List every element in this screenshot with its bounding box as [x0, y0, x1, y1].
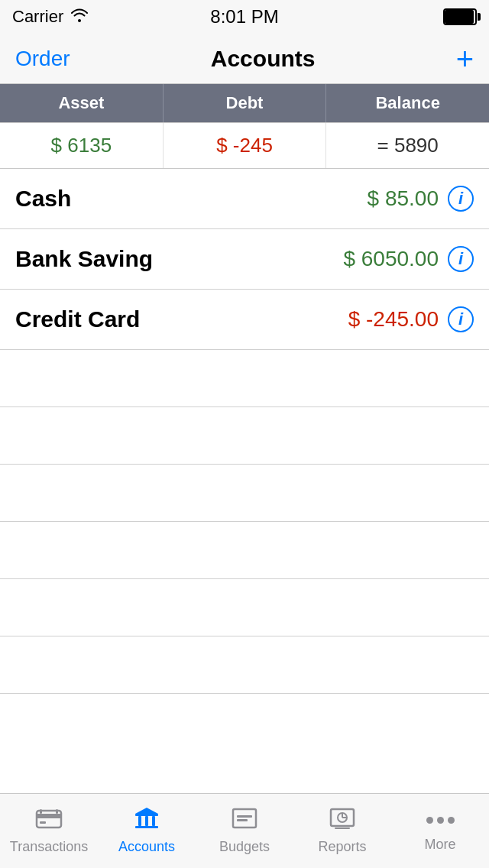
svg-rect-13 — [237, 819, 248, 821]
svg-rect-3 — [40, 809, 42, 814]
tab-reports-label: Reports — [318, 839, 366, 855]
tab-budgets-label: Budgets — [219, 839, 270, 855]
tab-more[interactable]: More — [391, 794, 489, 868]
svg-rect-6 — [135, 814, 158, 816]
svg-rect-18 — [335, 828, 350, 829]
tab-reports[interactable]: Reports — [293, 794, 391, 868]
tab-accounts[interactable]: Accounts — [98, 794, 196, 868]
svg-rect-11 — [233, 809, 256, 828]
tab-accounts-label: Accounts — [118, 839, 175, 855]
balance-header: Balance — [326, 84, 489, 122]
summary-header: Asset Debt Balance — [0, 84, 489, 123]
svg-rect-12 — [237, 815, 252, 818]
balance-value: = 5890 — [326, 123, 489, 168]
page-title: Accounts — [211, 46, 316, 72]
account-name-credit-card: Credit Card — [15, 306, 140, 332]
nav-bar: Order Accounts + — [0, 34, 489, 84]
account-amount-credit-card: $ -245.00 — [348, 307, 439, 332]
more-icon — [426, 806, 455, 834]
carrier-label: Carrier — [12, 7, 63, 27]
account-list: Cash $ 85.00 i Bank Saving $ 6050.00 i C… — [0, 169, 489, 694]
account-amount-cash: $ 85.00 — [368, 186, 439, 211]
account-name-cash: Cash — [15, 186, 71, 212]
asset-value: $ 6135 — [0, 123, 164, 168]
info-button-bank-saving[interactable]: i — [448, 246, 474, 272]
empty-row-5 — [0, 579, 489, 636]
status-bar: Carrier 8:01 PM — [0, 0, 489, 34]
budgets-icon — [231, 805, 258, 836]
asset-header: Asset — [0, 84, 164, 122]
account-row-bank-saving[interactable]: Bank Saving $ 6050.00 i — [0, 229, 489, 290]
order-button[interactable]: Order — [15, 47, 70, 71]
empty-row-6 — [0, 636, 489, 694]
summary-values: $ 6135 $ -245 = 5890 — [0, 123, 489, 169]
info-button-cash[interactable]: i — [448, 186, 474, 212]
empty-row-1 — [0, 350, 489, 407]
svg-rect-5 — [135, 826, 158, 828]
svg-rect-8 — [145, 816, 148, 826]
account-row-cash[interactable]: Cash $ 85.00 i — [0, 169, 489, 229]
account-row-credit-card[interactable]: Credit Card $ -245.00 i — [0, 290, 489, 350]
empty-row-3 — [0, 465, 489, 522]
debt-value: $ -245 — [164, 123, 327, 168]
info-button-credit-card[interactable]: i — [448, 306, 474, 332]
wifi-icon — [71, 8, 88, 26]
svg-rect-2 — [40, 821, 46, 824]
status-time: 8:01 PM — [210, 6, 278, 28]
empty-row-4 — [0, 522, 489, 579]
tab-budgets[interactable]: Budgets — [196, 794, 293, 868]
account-name-bank-saving: Bank Saving — [15, 246, 153, 272]
tab-transactions[interactable]: Transactions — [0, 794, 98, 868]
battery-icon — [443, 8, 477, 25]
svg-rect-1 — [37, 814, 61, 818]
accounts-icon — [133, 805, 160, 836]
transactions-icon — [35, 805, 63, 836]
svg-rect-4 — [56, 809, 58, 814]
debt-header: Debt — [164, 84, 327, 122]
reports-icon — [329, 805, 356, 836]
svg-marker-10 — [135, 808, 158, 814]
tab-more-label: More — [424, 837, 455, 853]
svg-rect-9 — [152, 816, 155, 826]
svg-rect-7 — [138, 816, 141, 826]
tab-transactions-label: Transactions — [10, 839, 88, 855]
empty-row-2 — [0, 407, 489, 465]
account-amount-bank-saving: $ 6050.00 — [343, 247, 439, 271]
tab-bar: Transactions Accounts Budgets — [0, 793, 489, 868]
add-account-button[interactable]: + — [456, 44, 474, 74]
